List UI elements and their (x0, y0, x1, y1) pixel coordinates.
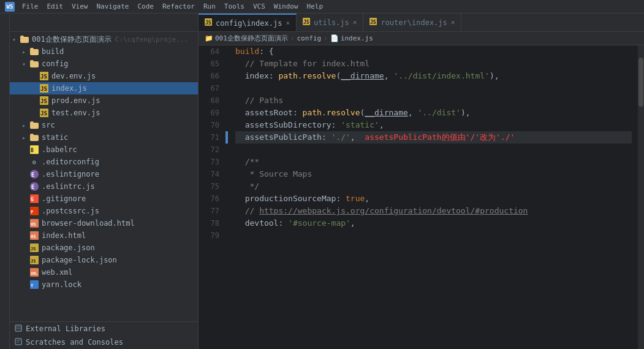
tree-item-label: .gitignore (42, 194, 86, 203)
line-number-79: 79 (199, 229, 219, 242)
sidebar-bottom: External LibrariesScratches and Consoles (10, 321, 198, 349)
tree-item-label: package-lock.json (42, 256, 117, 264)
tree-item--eslintrc-js[interactable]: E.eslintrc.js (10, 180, 198, 193)
line-number-75: 75 (199, 180, 219, 193)
scratches-icon (15, 338, 22, 347)
svg-text:JS: JS (40, 110, 47, 117)
tree-item-static[interactable]: ▸static (10, 131, 198, 144)
editor-bc-file[interactable]: index.js (341, 34, 373, 42)
tree-item-package-lock-json[interactable]: JSpackage-lock.json (10, 254, 198, 266)
tab-icon-config-index: JS (205, 18, 212, 28)
tree-item-config[interactable]: ▾config (10, 58, 198, 70)
tab-close-config-index[interactable]: × (286, 19, 290, 27)
editor-scrollbar-thumb[interactable] (638, 58, 643, 107)
line-number-67: 67 (199, 82, 219, 94)
tree-item-yarn-lock[interactable]: Yyarn.lock (10, 278, 198, 291)
tree-item-test-env-js[interactable]: JStest.env.js (10, 107, 198, 119)
xml-icon: XML (29, 267, 39, 277)
folder-icon (29, 120, 39, 130)
tree-item-label: .eslintrc.js (42, 182, 95, 191)
json-icon: JS (29, 243, 39, 253)
menu-edit[interactable]: Edit (44, 1, 67, 12)
tree-item-prod-env-js[interactable]: JSprod.env.js (10, 94, 198, 107)
sidebar-bottom-ext-libs[interactable]: External Libraries (10, 322, 198, 336)
code-line-77: // https://webpack.js.org/configuration/… (235, 205, 632, 217)
svg-text:B: B (31, 148, 34, 153)
menu-run[interactable]: Run (200, 1, 219, 12)
tree-item-label: prod.env.js (51, 96, 100, 105)
sync-button[interactable] (159, 18, 169, 28)
tree-item-dev-env-js[interactable]: JSdev.env.js (10, 70, 198, 82)
menu-tools[interactable]: Tools (221, 1, 248, 12)
tree-item-label: test.env.js (51, 109, 100, 117)
editor-bc-config[interactable]: config (297, 34, 322, 42)
tab-config-index[interactable]: JSconfig\index.js× (199, 13, 297, 31)
editor-bc-project[interactable]: 001企数保静态页面演示 (215, 34, 288, 43)
tab-icon-utils: JS (303, 18, 310, 27)
menu-bar: FileEditViewNavigateCodeRefactorRunTools… (18, 1, 327, 12)
tree-item-label: package.json (42, 244, 95, 252)
menu-refactor[interactable]: Refactor (159, 1, 199, 12)
menu-code[interactable]: Code (134, 1, 157, 12)
svg-text:JS: JS (370, 20, 376, 25)
menu-view[interactable]: View (68, 1, 92, 12)
svg-text:JS: JS (31, 247, 36, 251)
tree-item-package-json[interactable]: JSpackage.json (10, 242, 198, 254)
add-button[interactable] (146, 18, 156, 28)
svg-text:JS: JS (303, 20, 309, 25)
tree-item-label: src (42, 121, 55, 129)
tree-item-web-xml[interactable]: XMLweb.xml (10, 266, 198, 278)
tab-icon-router-index: JS (369, 18, 377, 27)
line-number-64: 64 (199, 45, 219, 58)
tab-label-router-index: router\index.js (381, 18, 447, 27)
tab-router-index[interactable]: JSrouter\index.js× (363, 13, 461, 31)
menu-navigate[interactable]: Navigate (93, 1, 133, 12)
tree-item-index-html[interactable]: H5index.html (10, 229, 198, 242)
tree-item-label: dev.env.js (51, 72, 96, 80)
tree-item--eslintignore[interactable]: E.eslintignore (10, 168, 198, 180)
tree-item-label: web.xml (42, 268, 73, 277)
tree-item--gitignore[interactable]: G.gitignore (10, 193, 198, 205)
code-line-66: index: path.resolve(__dirname, '../dist/… (235, 70, 632, 82)
project-tab-label[interactable] (4, 13, 6, 23)
editor-breadcrumb: 📁 001企数保静态页面演示 › config › 📄 index.js (199, 32, 644, 45)
editor-scrollbar[interactable] (638, 45, 644, 349)
eslint-icon: E (29, 169, 39, 179)
tree-item-label: yarn.lock (42, 280, 81, 289)
tab-bar: JSconfig\index.js×JSutils.js×JSrouter\in… (199, 13, 644, 32)
tree-item-index-js[interactable]: JSindex.js (10, 82, 198, 94)
tab-utils[interactable]: JSutils.js× (297, 13, 363, 31)
code-content[interactable]: build: { // Template for index.html inde… (229, 45, 638, 349)
menu-file[interactable]: File (18, 1, 42, 12)
tree-item-label: .editorconfig (42, 158, 99, 166)
ext-libs-icon (15, 324, 22, 334)
tab-close-utils[interactable]: × (353, 18, 357, 26)
svg-rect-30 (15, 325, 21, 331)
tree-item-browser-download-html[interactable]: H5browser-download.html (10, 217, 198, 229)
editor-bc-file-icon: 📄 (330, 34, 339, 42)
menu-help[interactable]: Help (303, 1, 327, 12)
tree-item-build[interactable]: ▸build (10, 45, 198, 58)
tree-item--babelrc[interactable]: B.babelrc (10, 144, 198, 156)
code-line-71: assetsPublicPath: './', assetsPublicPath… (235, 131, 632, 144)
main-layout: ▾001企数保静态页面演示C:\cqfeng\proje...▸build▾co… (0, 13, 644, 349)
menu-vcs[interactable]: VCS (249, 1, 269, 12)
tab-close-router-index[interactable]: × (451, 18, 455, 26)
tree-item--editorconfig[interactable]: ⚙.editorconfig (10, 156, 198, 168)
tree-item-src[interactable]: ▸src (10, 119, 198, 131)
menu-window[interactable]: Window (270, 1, 302, 12)
folder-icon (29, 132, 39, 142)
line-number-65: 65 (199, 58, 219, 70)
code-line-72 (235, 144, 632, 156)
sidebar-bottom-scratches[interactable]: Scratches and Consoles (10, 336, 198, 349)
editor-area: JSconfig\index.js×JSutils.js×JSrouter\in… (199, 13, 644, 349)
code-line-73: /** (235, 156, 632, 168)
tree-item-001---------[interactable]: ▾001企数保静态页面演示C:\cqfeng\proje... (10, 33, 198, 45)
vertical-tab-strip (0, 13, 10, 349)
collapse-button[interactable] (183, 18, 193, 28)
app-icon: WS (5, 2, 15, 12)
tree-item-label: .postcssrc.js (42, 207, 99, 215)
settings-button[interactable] (171, 18, 181, 28)
tree-item--postcssrc-js[interactable]: P.postcssrc.js (10, 205, 198, 217)
tree-item-label: 001企数保静态页面演示 (32, 34, 112, 45)
